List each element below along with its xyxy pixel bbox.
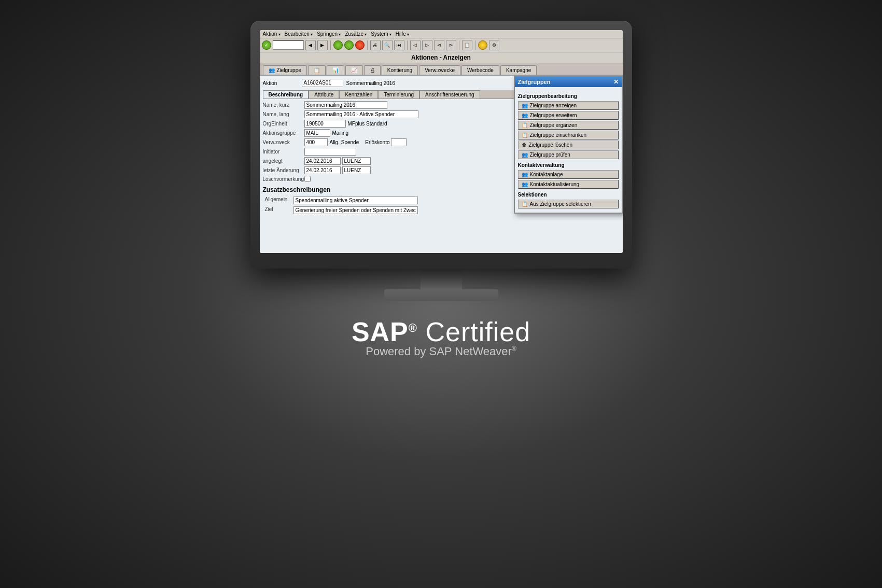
- toolbar-cancel-button[interactable]: [355, 40, 365, 50]
- tab-zielgruppe-icon: 👥: [269, 67, 275, 73]
- tab-verwzwecke[interactable]: Verw.zwecke: [419, 65, 460, 75]
- footer-sap-text: SAP® Certified: [352, 317, 530, 347]
- tab-icon2[interactable]: 📊: [327, 65, 344, 75]
- form-area: Aktion A1602AS01 Sommermailing 2016 Besc…: [260, 76, 623, 253]
- window-title: Aktionen - Anzeigen: [260, 52, 623, 63]
- label-orgeinheit: OrgEinheit: [263, 121, 304, 127]
- input-initiator[interactable]: [304, 148, 356, 156]
- popup-title: Zielgruppen: [518, 79, 551, 85]
- popup-btn-anzeigen[interactable]: 👥 Zielgruppe anzeigen: [518, 101, 619, 110]
- inner-tab-beschreibung[interactable]: Beschreibung: [263, 90, 309, 99]
- toolbar-btn2[interactable]: ◁: [410, 40, 421, 50]
- input-name-lang[interactable]: [304, 110, 418, 118]
- monitor-bezel: Aktion Bearbeiten Springen Zusätze Syste…: [250, 21, 632, 269]
- toolbar-btn5[interactable]: ⊳: [446, 40, 456, 50]
- zusatz-label-ziel: Ziel: [263, 205, 291, 215]
- popup-btn-erweitern[interactable]: 👥 Zielgruppe erweitern: [518, 111, 619, 120]
- input-aenderung-date[interactable]: [304, 166, 341, 174]
- inner-tab-attribute[interactable]: Attribute: [309, 90, 339, 99]
- toolbar-btn4[interactable]: ⊲: [434, 40, 444, 50]
- toolbar-print-button[interactable]: 🖨: [370, 40, 381, 50]
- menu-hilfe[interactable]: Hilfe: [396, 31, 409, 37]
- popup-btn-erganzen[interactable]: 📋 Zielgruppe ergänzen: [518, 121, 619, 130]
- input-orgeinheit[interactable]: [304, 120, 346, 128]
- tab-icon1[interactable]: 📋: [308, 65, 326, 75]
- popup-btn-einschranken[interactable]: 📋 Zielgruppe einschränken: [518, 131, 619, 139]
- tab-zielgruppe[interactable]: 👥 Zielgruppe: [263, 65, 307, 75]
- tab-kontierung[interactable]: Kontierung: [382, 65, 418, 75]
- footer-subtitle: Powered by SAP NetWeaver®: [352, 345, 530, 358]
- popup-btn-loschen-label: Zielgruppe löschen: [529, 142, 573, 148]
- popup-btn-kontaktanlage[interactable]: 👥 Kontaktanlage: [518, 170, 619, 179]
- toolbar-forward-button[interactable]: ▶: [317, 40, 328, 50]
- inner-tab-anschriften[interactable]: Anschriftensteuerung: [419, 90, 480, 99]
- toolbar-ok-button[interactable]: ✓: [262, 40, 271, 50]
- popup-btn-kontaktanlage-icon: 👥: [522, 172, 528, 177]
- toolbar-btn1[interactable]: ⏮: [394, 40, 404, 50]
- monitor-wrapper: Aktion Bearbeiten Springen Zusätze Syste…: [250, 21, 632, 301]
- popup-btn-prufen-icon: 👥: [522, 152, 528, 158]
- text-verwzweck: Allg. Spende: [330, 139, 359, 145]
- text-orgeinheit: MFplus Standard: [348, 121, 387, 127]
- label-angelegt: angelegt: [263, 158, 304, 164]
- toolbar-yellow-button[interactable]: [478, 40, 487, 50]
- toolbar: ✓ ◀ ▶ 🖨 🔍 ⏮ ◁ ▷ ⊲ ⊳: [260, 38, 623, 52]
- input-angelegt-user[interactable]: [342, 157, 371, 165]
- tab-icon4[interactable]: 🖨: [364, 65, 381, 75]
- inner-tab-terminierung[interactable]: Terminierung: [378, 90, 419, 99]
- tab-kampagne-label: Kampagne: [506, 67, 531, 73]
- label-initiator: Initiator: [263, 149, 304, 155]
- popup-btn-prufen[interactable]: 👥 Zielgruppe prüfen: [518, 150, 619, 159]
- popup-close-button[interactable]: ✕: [613, 78, 619, 86]
- inner-tab-kennzahlen[interactable]: Kennzahlen: [339, 90, 378, 99]
- monitor-stand-neck: [421, 269, 462, 289]
- popup-btn-erweitern-icon: 👥: [522, 113, 528, 118]
- action-label: Aktion: [263, 80, 302, 86]
- toolbar-find-button[interactable]: 🔍: [382, 40, 393, 50]
- popup-btn-loschen[interactable]: 🗑 Zielgruppe löschen: [518, 141, 619, 149]
- text-erloeskonto: Erlöskonto: [365, 139, 389, 145]
- tab-kampagne[interactable]: Kampagne: [500, 65, 537, 75]
- label-verwzweck: Verw.zweck: [263, 139, 304, 145]
- toolbar-btn6[interactable]: 📋: [462, 40, 472, 50]
- input-angelegt-date[interactable]: [304, 157, 341, 165]
- footer-reg2: ®: [512, 345, 516, 353]
- toolbar-separator3: [407, 40, 408, 50]
- tab-bar: 👥 Zielgruppe 📋 📊 📈 🖨 Kontierung Verw.zwe…: [260, 63, 623, 76]
- toolbar-settings-button[interactable]: ⚙: [489, 40, 499, 50]
- sap-window: Aktion Bearbeiten Springen Zusätze Syste…: [260, 30, 623, 253]
- popup-btn-selektieren-icon: 📋: [522, 201, 528, 207]
- toolbar-save-button[interactable]: [344, 40, 354, 50]
- popup-btn-erganzen-label: Zielgruppe ergänzen: [530, 122, 578, 128]
- toolbar-green-button[interactable]: [333, 40, 343, 50]
- footer-reg1: ®: [409, 321, 417, 334]
- toolbar-back-button[interactable]: ◀: [305, 40, 316, 50]
- input-erloeskonto[interactable]: [391, 138, 407, 146]
- input-zusatz-ziel[interactable]: [293, 206, 418, 214]
- tab-icon3[interactable]: 📈: [345, 65, 363, 75]
- menu-springen[interactable]: Springen: [317, 31, 341, 37]
- input-zusatz-allgemein[interactable]: [293, 197, 418, 204]
- input-name-kurz[interactable]: [304, 101, 387, 109]
- tab-werbecode[interactable]: Werbecode: [461, 65, 499, 75]
- action-code: A1602AS01: [302, 79, 343, 87]
- footer-certified: Certified: [425, 317, 530, 347]
- popup-btn-selektieren[interactable]: 📋 Aus Zielgruppe selektieren: [518, 200, 619, 208]
- input-aktionsgruppe[interactable]: [304, 129, 330, 137]
- menu-aktion[interactable]: Aktion: [263, 31, 281, 37]
- menu-bearbeiten[interactable]: Bearbeiten: [285, 31, 313, 37]
- menu-system[interactable]: System: [371, 31, 391, 37]
- toolbar-btn3[interactable]: ▷: [422, 40, 432, 50]
- toolbar-separator4: [459, 40, 459, 50]
- popup-btn-kontaktaktualisierung[interactable]: 👥 Kontaktaktualisierung: [518, 180, 619, 189]
- popup-btn-erganzen-icon: 📋: [522, 122, 528, 128]
- checkbox-loschvormerkung[interactable]: [304, 176, 311, 182]
- input-aenderung-user[interactable]: [342, 166, 371, 174]
- popup-btn-erweitern-label: Zielgruppe erweitern: [530, 113, 577, 118]
- label-name-lang: Name, lang: [263, 111, 304, 117]
- footer-section: SAP® Certified Powered by SAP NetWeaver®: [352, 316, 530, 358]
- menu-zusatze[interactable]: Zusätze: [345, 31, 367, 37]
- input-verwzweck[interactable]: [304, 138, 328, 146]
- popup-btn-selektieren-label: Aus Zielgruppe selektieren: [530, 201, 591, 207]
- toolbar-input[interactable]: [273, 40, 304, 50]
